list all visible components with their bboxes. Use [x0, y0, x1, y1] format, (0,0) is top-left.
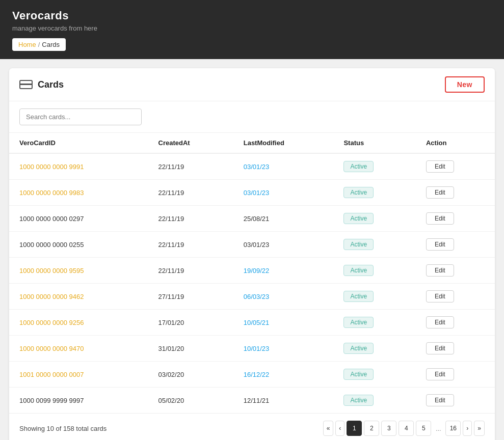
verocard-id-link[interactable]: 1000 0000 0000 9991: [19, 163, 84, 171]
verocard-id-link[interactable]: 1000 0000 0000 0255: [19, 241, 84, 249]
status-badge: Active: [343, 291, 374, 302]
table-row: 1000 0000 0000 025522/11/1903/01/23Activ…: [9, 232, 495, 258]
cell-verocard-id: 1000 0000 0000 9991: [9, 153, 148, 180]
cell-status: Active: [333, 206, 416, 232]
cell-action: Edit: [416, 153, 495, 180]
card-icon: [19, 80, 33, 89]
cell-verocard-id: 1000 0000 0000 9595: [9, 258, 148, 284]
verocard-id-link[interactable]: 1000 0000 0000 9462: [19, 293, 84, 300]
edit-button[interactable]: Edit: [426, 316, 454, 328]
edit-button[interactable]: Edit: [426, 238, 454, 251]
status-badge: Active: [343, 265, 374, 276]
cell-status: Active: [333, 180, 416, 206]
pagination-page-3[interactable]: 3: [381, 421, 396, 436]
col-verocard-id: VeroCardID: [9, 133, 148, 153]
breadcrumb-current: Cards: [42, 41, 60, 48]
cell-last-modified: 12/11/21: [233, 388, 334, 414]
cell-action: Edit: [416, 284, 495, 310]
table-row: 1000 0000 0000 947031/01/2010/01/23Activ…: [9, 336, 495, 362]
cell-status: Active: [333, 362, 416, 388]
pagination-page-4[interactable]: 4: [399, 421, 414, 436]
cell-verocard-id: 1000 0000 0000 9462: [9, 284, 148, 310]
cards-table: VeroCardID CreatedAt LastModified Status…: [9, 133, 495, 413]
panel-header: Cards New: [9, 68, 495, 101]
cell-status: Active: [333, 153, 416, 180]
verocard-id-link[interactable]: 1000 0000 0000 0297: [19, 215, 84, 223]
pagination-page-2[interactable]: 2: [364, 421, 379, 436]
cell-status: Active: [333, 388, 416, 414]
edit-button[interactable]: Edit: [426, 394, 454, 406]
cell-last-modified: 03/01/23: [233, 180, 334, 206]
verocard-id-link[interactable]: 1000 0099 9999 9997: [19, 397, 84, 404]
col-status: Status: [333, 133, 416, 153]
pagination-next[interactable]: ›: [463, 421, 472, 436]
pagination-prev[interactable]: ‹: [335, 421, 344, 436]
cell-created-at: 31/01/20: [148, 336, 233, 362]
cell-last-modified: 19/09/22: [233, 258, 334, 284]
cell-action: Edit: [416, 388, 495, 414]
table-row: 1000 0000 0000 925617/01/2010/05/21Activ…: [9, 310, 495, 336]
cell-verocard-id: 1000 0000 0000 9256: [9, 310, 148, 336]
app-title: Verocards: [12, 9, 492, 22]
table-row: 1000 0000 0000 959522/11/1919/09/22Activ…: [9, 258, 495, 284]
cell-action: Edit: [416, 310, 495, 336]
edit-button[interactable]: Edit: [426, 342, 454, 354]
status-badge: Active: [343, 343, 374, 354]
new-button[interactable]: New: [445, 76, 485, 93]
breadcrumb: Home / Cards: [12, 38, 66, 51]
search-area: [9, 101, 495, 133]
cards-panel: Cards New VeroCardID CreatedAt LastModif…: [9, 68, 495, 440]
table-row: 1000 0000 0000 998322/11/1903/01/23Activ…: [9, 180, 495, 206]
verocard-id-link[interactable]: 1000 0000 0000 9983: [19, 189, 84, 197]
cell-action: Edit: [416, 362, 495, 388]
search-input[interactable]: [19, 108, 142, 125]
pagination-last-page[interactable]: 16: [445, 421, 461, 436]
table-row: 1000 0000 0000 029722/11/1925/08/21Activ…: [9, 206, 495, 232]
table-row: 1001 0000 0000 000703/02/2016/12/22Activ…: [9, 362, 495, 388]
cell-last-modified: 25/08/21: [233, 206, 334, 232]
cell-created-at: 05/02/20: [148, 388, 233, 414]
status-badge: Active: [343, 239, 374, 250]
table-header: VeroCardID CreatedAt LastModified Status…: [9, 133, 495, 153]
pagination-last[interactable]: »: [474, 421, 485, 436]
verocard-id-link[interactable]: 1000 0000 0000 9595: [19, 267, 84, 274]
status-badge: Active: [343, 395, 374, 406]
breadcrumb-home[interactable]: Home: [18, 41, 36, 48]
verocard-id-link[interactable]: 1001 0000 0000 0007: [19, 371, 84, 378]
panel-title: Cards: [19, 79, 64, 90]
status-badge: Active: [343, 213, 374, 224]
cell-verocard-id: 1001 0000 0000 0007: [9, 362, 148, 388]
panel-footer: Showing 10 of 158 total cards « ‹ 1 2 3 …: [9, 413, 495, 440]
edit-button[interactable]: Edit: [426, 186, 454, 199]
cell-verocard-id: 1000 0000 0000 0255: [9, 232, 148, 258]
cell-verocard-id: 1000 0000 0000 0297: [9, 206, 148, 232]
edit-button[interactable]: Edit: [426, 368, 454, 380]
edit-button[interactable]: Edit: [426, 290, 454, 302]
app-subtitle: manage verocards from here: [12, 24, 492, 32]
pagination-page-5[interactable]: 5: [416, 421, 431, 436]
status-badge: Active: [343, 369, 374, 380]
cell-last-modified: 10/01/23: [233, 336, 334, 362]
cell-last-modified: 10/05/21: [233, 310, 334, 336]
pagination-ellipsis: ...: [433, 425, 443, 432]
cell-created-at: 17/01/20: [148, 310, 233, 336]
pagination: « ‹ 1 2 3 4 5 ... 16 › »: [323, 421, 485, 436]
pagination-first[interactable]: «: [323, 421, 334, 436]
edit-button[interactable]: Edit: [426, 264, 454, 277]
cell-action: Edit: [416, 258, 495, 284]
edit-button[interactable]: Edit: [426, 212, 454, 225]
col-created-at: CreatedAt: [148, 133, 233, 153]
cell-created-at: 03/02/20: [148, 362, 233, 388]
cell-last-modified: 06/03/23: [233, 284, 334, 310]
cell-status: Active: [333, 310, 416, 336]
verocard-id-link[interactable]: 1000 0000 0000 9470: [19, 345, 84, 352]
status-badge: Active: [343, 317, 374, 328]
edit-button[interactable]: Edit: [426, 160, 454, 173]
cell-last-modified: 03/01/23: [233, 232, 334, 258]
verocard-id-link[interactable]: 1000 0000 0000 9256: [19, 319, 84, 326]
status-badge: Active: [343, 161, 374, 172]
cell-status: Active: [333, 258, 416, 284]
cell-created-at: 22/11/19: [148, 258, 233, 284]
cell-action: Edit: [416, 180, 495, 206]
pagination-page-1[interactable]: 1: [347, 421, 362, 436]
